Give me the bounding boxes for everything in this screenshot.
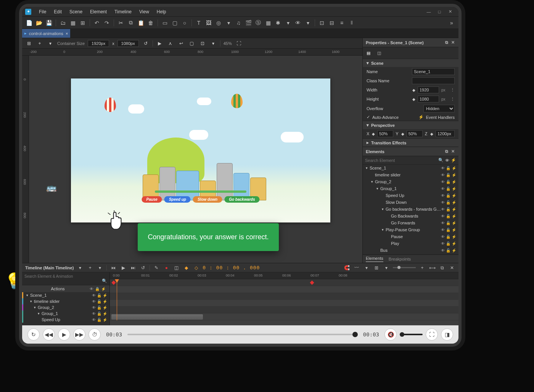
effects-tab-icon[interactable]: ◫ [377,51,381,56]
perspective-section[interactable]: ▾Perspective [363,121,458,129]
mute-icon[interactable]: 🔇 [384,328,397,341]
menu-scene[interactable]: Scene [66,9,86,14]
eye-icon[interactable]: 👁 [441,242,445,246]
grid-icon[interactable]: ⊞ [373,264,380,271]
bolt-icon[interactable]: ⚡ [103,306,107,310]
tree-item[interactable]: Go Forwards👁🔓⚡ [363,219,458,226]
link-icon[interactable]: ↺ [142,40,150,47]
check-icon[interactable]: ✓ [367,115,370,120]
html-icon[interactable]: ▦ [264,18,273,27]
gobackwards-button[interactable]: Go backwards [224,196,259,203]
lock-icon[interactable]: 🔓 [446,214,450,218]
lock-icon[interactable]: 🔓 [446,180,450,184]
magnet-icon[interactable]: 🧲 [343,264,350,271]
rect-icon[interactable]: ▢ [170,18,179,27]
delete-icon[interactable]: 🗑 [146,18,155,27]
redo-icon[interactable]: ↷ [102,18,111,27]
bolt-icon[interactable]: ⚡ [103,312,107,316]
persp-z-input[interactable] [436,130,455,137]
menu-edit[interactable]: Edit [50,9,66,14]
transition-section[interactable]: ▸Transition Effects [363,139,458,147]
align-icon[interactable]: ≡ [337,18,346,27]
maximize-icon[interactable]: □ [434,10,445,14]
ease-icon[interactable]: 〰 [353,264,360,271]
close-icon[interactable]: ✕ [450,40,455,45]
tree-item[interactable]: Play👁🔓⚡ [363,240,458,247]
key-add-icon[interactable]: ◇ [193,264,199,271]
chevron-down-icon[interactable]: ▾ [383,264,390,271]
eye-icon[interactable]: 👁 [92,299,96,304]
new-icon[interactable]: 📄 [24,18,34,27]
bolt-icon[interactable]: ⚡ [103,318,107,322]
canvas-viewport[interactable]: Pause Speed up Slow down Go backwards 🚌 … [29,56,362,263]
copy-icon[interactable]: ⧉ [126,18,135,27]
lock-icon[interactable]: 🔓 [446,187,450,191]
keyframe-icon[interactable]: ◆ [372,132,375,136]
loop-icon[interactable]: ↺ [140,264,146,271]
bolt-icon[interactable]: ⚡ [452,207,456,211]
window-icon[interactable]: ⊞ [78,18,87,27]
replay-icon[interactable]: ↻ [27,328,40,341]
lock-icon[interactable]: 🔓 [446,194,450,198]
zoom-slider[interactable] [393,267,416,268]
bolt-icon[interactable]: ⚡ [103,293,107,298]
lock-icon[interactable]: 🔓 [97,299,101,304]
paste-icon[interactable]: 📋 [136,18,145,27]
responsive-icon[interactable]: ⊞ [25,40,33,47]
distribute-icon[interactable]: ⫴ [347,18,356,27]
zoom-fit-icon[interactable]: ⛶ [235,40,243,47]
fit-icon[interactable]: ⟷ [429,264,436,271]
width-input[interactable] [418,86,439,93]
timeline-row[interactable]: ▾Group_2👁🔓⚡ [22,304,109,310]
layer-icon[interactable]: ▦ [68,18,77,27]
progress-slider[interactable] [155,190,246,193]
bolt-icon[interactable]: ⚡ [452,248,456,253]
persp-y-input[interactable] [407,130,423,137]
resource-icon[interactable]: 🗂 [58,18,68,27]
audio-icon[interactable]: ♫ [234,18,243,27]
lock-icon[interactable]: 🔓 [446,248,450,253]
tree-item[interactable]: Speed Up👁🔓⚡ [363,192,458,199]
save-icon[interactable]: 💾 [44,18,53,27]
pause-button[interactable]: Pause [142,196,162,203]
popout-icon[interactable]: ⧉ [439,264,446,271]
bolt-icon[interactable]: ⚡ [451,158,456,163]
lock-icon[interactable]: 🔓 [446,242,450,246]
tree-item[interactable]: Slow Down👁🔓⚡ [363,199,458,206]
tree-item[interactable]: Bus👁🔓⚡ [363,247,458,254]
div-icon[interactable]: ▭ [160,18,169,27]
height-input[interactable] [418,96,439,102]
box-icon[interactable]: ▢ [188,40,196,47]
person-icon[interactable]: ⋏ [167,40,174,47]
keyframe-icon[interactable]: ◆ [401,132,404,136]
group-icon[interactable]: ⊡ [317,18,327,27]
search-icon[interactable]: 🔍 [102,278,107,283]
eye-icon[interactable]: 👁 [92,318,96,322]
menu-file[interactable]: File [35,9,50,14]
menu-timeline[interactable]: Timeline [111,9,135,14]
options-icon[interactable]: ⋮ [450,88,455,93]
tree-item[interactable]: timeline slider👁🔓⚡ [363,171,458,178]
bolt-icon[interactable]: ⚡ [452,194,456,198]
document-tab[interactable]: ▸ control-animations × [22,29,70,38]
eye-icon[interactable]: 👁 [441,194,445,198]
lock-icon[interactable]: 🔓 [97,293,101,298]
lock-icon[interactable]: 🔓 [446,207,450,211]
chevron-down-icon[interactable]: ▾ [209,40,217,47]
menu-help[interactable]: Help [153,9,170,14]
goto-start-icon[interactable]: ⏮ [110,264,117,271]
menu-element[interactable]: Element [86,9,111,14]
bolt-icon[interactable]: ⚡ [103,299,107,304]
keyframe-icon[interactable]: ◆ [412,97,415,101]
tree-item[interactable]: ▾Go backwards - forwards Group👁🔓⚡ [363,206,458,213]
more-icon[interactable]: » [447,18,456,27]
menu-view[interactable]: View [135,9,153,14]
bolt-icon[interactable]: ⚡ [452,221,456,225]
tree-item[interactable]: ▾Group_1👁🔓⚡ [363,185,458,192]
plus-icon[interactable]: + [36,40,43,47]
bolt-icon[interactable]: ⚡ [452,214,456,218]
play-icon[interactable]: ▶ [120,264,127,271]
keyframe-icon[interactable]: ◆ [412,88,415,92]
search-input[interactable] [365,158,437,163]
eye-icon[interactable]: 👁 [441,187,445,191]
